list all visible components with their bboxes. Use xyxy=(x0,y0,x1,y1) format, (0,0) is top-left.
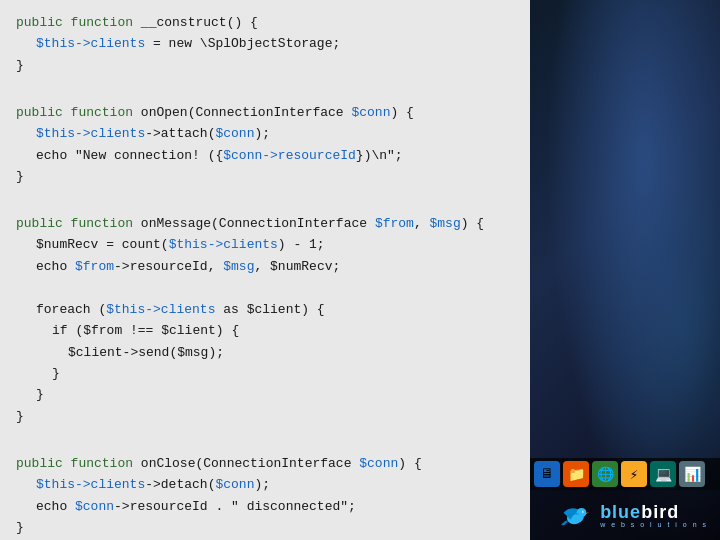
code-token-var-blue: $from xyxy=(75,259,114,274)
code-token-var-blue: $this->clients xyxy=(36,477,145,492)
code-content: public function __construct() {$this->cl… xyxy=(16,12,514,540)
code-line: $this->clients->detach($conn); xyxy=(16,474,514,495)
code-token-var-blue: $this->clients xyxy=(106,302,215,317)
taskbar-icon-6[interactable]: 📊 xyxy=(679,461,705,487)
code-token-fn: , xyxy=(414,216,430,231)
code-line: public function onOpen(ConnectionInterfa… xyxy=(16,102,514,123)
code-line: } xyxy=(16,55,514,76)
code-token-plain: = new \SplObjectStorage; xyxy=(145,36,340,51)
code-line: } xyxy=(16,517,514,538)
code-gap xyxy=(16,431,514,452)
code-token-plain: echo "New connection! ({ xyxy=(36,148,223,163)
code-block-construct: public function __construct() {$this->cl… xyxy=(16,12,514,76)
code-token-var-blue: $conn xyxy=(215,126,254,141)
code-gap xyxy=(16,80,514,101)
taskbar-icon-6-symbol: 📊 xyxy=(684,466,701,483)
code-token-plain: ) - 1; xyxy=(278,237,325,252)
code-token-var-blue: $msg xyxy=(223,259,254,274)
code-token-fn: onClose(ConnectionInterface xyxy=(141,456,359,471)
code-line: } xyxy=(16,166,514,187)
code-line: public function __construct() { xyxy=(16,12,514,33)
code-token-var-blue: $conn xyxy=(75,499,114,514)
code-token-plain: ); xyxy=(254,477,270,492)
code-line: foreach ($this->clients as $client) { xyxy=(16,299,514,320)
taskbar-icon-1-symbol: 🖥 xyxy=(540,466,554,482)
svg-point-1 xyxy=(577,508,587,518)
code-panel: public function __construct() {$this->cl… xyxy=(0,0,530,540)
right-panel: 🖥 📁 🌐 ⚡ 💻 📊 xyxy=(530,0,720,540)
code-block-onMessage: public function onMessage(ConnectionInte… xyxy=(16,213,514,427)
code-token-plain: } xyxy=(36,387,44,402)
taskbar-icon-1[interactable]: 🖥 xyxy=(534,461,560,487)
code-token-plain: $client->send($msg); xyxy=(68,345,224,360)
code-block-onClose: public function onClose(ConnectionInterf… xyxy=(16,453,514,539)
code-line: $numRecv = count($this->clients) - 1; xyxy=(16,234,514,255)
code-token-var-blue: $conn xyxy=(215,477,254,492)
logo-name-white: bird xyxy=(641,502,679,522)
code-token-var-blue: $conn->resourceId xyxy=(223,148,356,163)
code-token-kw: public function xyxy=(16,456,141,471)
code-token-var-blue: $this->clients xyxy=(169,237,278,252)
code-token-plain: ->resourceId . " disconnected"; xyxy=(114,499,356,514)
code-line: echo $conn->resourceId . " disconnected"… xyxy=(16,496,514,517)
code-line: echo $from->resourceId, $msg, $numRecv; xyxy=(16,256,514,277)
svg-point-3 xyxy=(583,511,584,512)
code-line: $this->clients->attach($conn); xyxy=(16,123,514,144)
code-token-kw: public function xyxy=(16,15,141,30)
code-token-plain: } xyxy=(16,520,24,535)
code-token-kw: public function xyxy=(16,216,141,231)
code-line: $client->send($msg); xyxy=(16,342,514,363)
code-token-fn: ) { xyxy=(390,105,413,120)
code-token-var-blue: $msg xyxy=(430,216,461,231)
code-token-var-blue: $this->clients xyxy=(36,126,145,141)
code-token-fn: onOpen(ConnectionInterface xyxy=(141,105,352,120)
logo-name-blue: blue xyxy=(600,502,641,522)
code-token-plain: echo xyxy=(36,499,75,514)
taskbar-icon-4[interactable]: ⚡ xyxy=(621,461,647,487)
code-token-plain: } xyxy=(16,58,24,73)
code-line: } xyxy=(16,406,514,427)
taskbar: 🖥 📁 🌐 ⚡ 💻 📊 xyxy=(530,458,720,490)
code-gap xyxy=(16,192,514,213)
taskbar-icon-2[interactable]: 📁 xyxy=(563,461,589,487)
code-token-plain: as $client) { xyxy=(215,302,324,317)
code-token-fn: onMessage(ConnectionInterface xyxy=(141,216,375,231)
code-line: } xyxy=(16,363,514,384)
code-line xyxy=(16,277,514,298)
logo-area: bluebird w e b s o l u t i o n s xyxy=(530,490,720,540)
logo-tagline: w e b s o l u t i o n s xyxy=(600,521,708,528)
code-token-var-blue: $conn xyxy=(351,105,390,120)
code-token-var-blue: $conn xyxy=(359,456,398,471)
code-token-plain: , $numRecv; xyxy=(254,259,340,274)
logo-name: bluebird xyxy=(600,503,679,521)
taskbar-icon-3-symbol: 🌐 xyxy=(597,466,614,483)
taskbar-icon-3[interactable]: 🌐 xyxy=(592,461,618,487)
code-token-var-blue: $this->clients xyxy=(36,36,145,51)
code-line: $this->clients = new \SplObjectStorage; xyxy=(16,33,514,54)
code-token-plain: foreach ( xyxy=(36,302,106,317)
code-token-fn: ) { xyxy=(461,216,484,231)
code-token-plain: ->detach( xyxy=(145,477,215,492)
logo-text: bluebird w e b s o l u t i o n s xyxy=(600,503,708,528)
code-token-plain: ); xyxy=(254,126,270,141)
code-token-plain: } xyxy=(16,409,24,424)
code-token-plain: } xyxy=(52,366,60,381)
code-token-plain: $numRecv = count( xyxy=(36,237,169,252)
taskbar-icon-5[interactable]: 💻 xyxy=(650,461,676,487)
code-line: echo "New connection! ({$conn->resourceI… xyxy=(16,145,514,166)
code-token-fn: ) { xyxy=(398,456,421,471)
code-token-kw: public function xyxy=(16,105,141,120)
code-line: public function onClose(ConnectionInterf… xyxy=(16,453,514,474)
code-token-plain: } xyxy=(16,169,24,184)
code-token-fn: __construct() { xyxy=(141,15,258,30)
taskbar-icon-5-symbol: 💻 xyxy=(655,466,672,483)
code-token-plain: ->resourceId, xyxy=(114,259,223,274)
code-token-plain: if ($from !== $client) { xyxy=(52,323,239,338)
taskbar-icon-4-symbol: ⚡ xyxy=(630,466,638,483)
taskbar-icon-2-symbol: 📁 xyxy=(568,466,585,483)
code-token-plain: })\n"; xyxy=(356,148,403,163)
code-line: if ($from !== $client) { xyxy=(16,320,514,341)
code-token-plain: ->attach( xyxy=(145,126,215,141)
bluebird-logo-icon xyxy=(554,496,592,534)
code-token-var-blue: $from xyxy=(375,216,414,231)
